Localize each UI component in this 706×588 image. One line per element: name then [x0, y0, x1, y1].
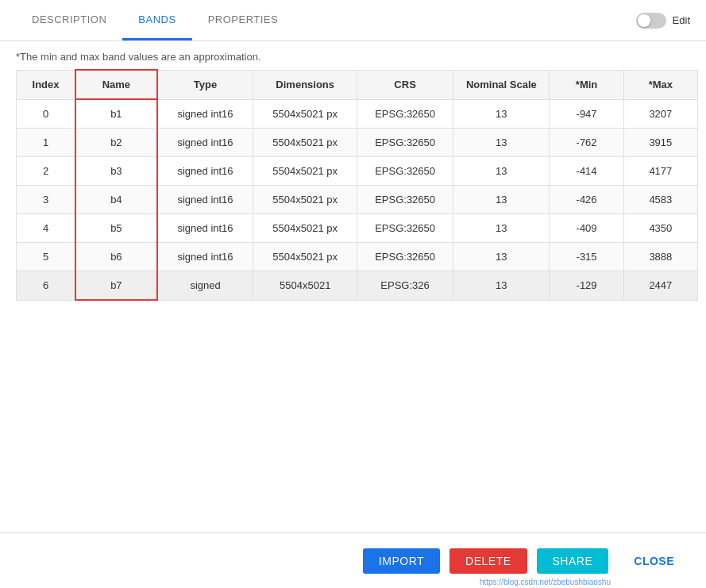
cell-name: b5 [75, 214, 157, 243]
import-button[interactable]: IMPORT [363, 548, 440, 574]
tab-bands[interactable]: BANDS [122, 1, 191, 40]
close-button[interactable]: CLOSE [618, 548, 690, 574]
cell-max: 3888 [623, 243, 697, 271]
col-header-index: Index [17, 70, 76, 99]
col-header-name: Name [75, 70, 157, 99]
cell-dimensions: 5504x5021 px [253, 214, 357, 243]
cell-crs: EPSG:326 [357, 271, 453, 301]
col-header-min: *Min [550, 70, 623, 99]
cell-nominal_scale: 13 [453, 271, 550, 301]
cell-nominal_scale: 13 [453, 99, 550, 129]
cell-max: 4350 [623, 214, 697, 243]
cell-dimensions: 5504x5021 px [253, 99, 357, 129]
table-wrapper[interactable]: Index Name Type Dimensions CRS Nominal S… [0, 69, 706, 532]
cell-min: -947 [550, 99, 623, 129]
cell-max: 4583 [623, 186, 697, 214]
cell-min: -414 [550, 157, 623, 186]
cell-max: 3207 [623, 99, 697, 129]
table-row: 0b1signed int165504x5021 pxEPSG:3265013-… [17, 99, 698, 129]
cell-type: signed int16 [157, 214, 253, 243]
cell-min: -426 [550, 186, 623, 214]
cell-max: 2447 [623, 271, 697, 301]
edit-label: Edit [673, 14, 690, 26]
note-text: *The min and max band values are an appr… [0, 41, 706, 69]
cell-nominal_scale: 13 [453, 243, 550, 271]
cell-nominal_scale: 13 [453, 129, 550, 157]
cell-dimensions: 5504x5021 px [253, 243, 357, 271]
table-header-row: Index Name Type Dimensions CRS Nominal S… [17, 70, 698, 99]
edit-toggle-area: Edit [636, 13, 690, 29]
col-header-crs: CRS [357, 70, 453, 99]
cell-name: b2 [75, 129, 157, 157]
tab-description[interactable]: DESCRIPTION [16, 1, 122, 40]
cell-dimensions: 5504x5021 px [253, 186, 357, 214]
cell-type: signed int16 [157, 186, 253, 214]
table-row: 6b7signed5504x5021EPSG:32613-1292447 [17, 271, 698, 301]
cell-type: signed int16 [157, 157, 253, 186]
cell-type: signed int16 [157, 99, 253, 129]
cell-max: 3915 [623, 129, 697, 157]
cell-dimensions: 5504x5021 px [253, 157, 357, 186]
share-button[interactable]: SHARE [537, 548, 609, 574]
bands-table: Index Name Type Dimensions CRS Nominal S… [16, 69, 698, 301]
cell-type: signed int16 [157, 129, 253, 157]
tab-properties[interactable]: PROPERTIES [192, 1, 295, 40]
cell-type: signed int16 [157, 243, 253, 271]
dialog: DESCRIPTION BANDS PROPERTIES Edit *The m… [0, 0, 706, 588]
cell-crs: EPSG:32650 [357, 129, 453, 157]
table-row: 5b6signed int165504x5021 pxEPSG:3265013-… [17, 243, 698, 271]
cell-index: 0 [17, 99, 76, 129]
col-header-dimensions: Dimensions [253, 70, 357, 99]
watermark: https://blog.csdn.net/zbebushbiaoshu [480, 578, 611, 586]
table-row: 4b5signed int165504x5021 pxEPSG:3265013-… [17, 214, 698, 243]
cell-dimensions: 5504x5021 [253, 271, 357, 301]
cell-index: 3 [17, 186, 76, 214]
col-header-max: *Max [623, 70, 697, 99]
cell-min: -762 [550, 129, 623, 157]
col-header-nominal-scale: Nominal Scale [453, 70, 550, 99]
content-area: *The min and max band values are an appr… [0, 41, 706, 532]
cell-crs: EPSG:32650 [357, 243, 453, 271]
cell-min: -129 [550, 271, 623, 301]
cell-index: 1 [17, 129, 76, 157]
cell-name: b7 [75, 271, 157, 301]
cell-dimensions: 5504x5021 px [253, 129, 357, 157]
cell-index: 4 [17, 214, 76, 243]
cell-crs: EPSG:32650 [357, 214, 453, 243]
cell-crs: EPSG:32650 [357, 99, 453, 129]
table-row: 3b4signed int165504x5021 pxEPSG:3265013-… [17, 186, 698, 214]
cell-nominal_scale: 13 [453, 157, 550, 186]
cell-nominal_scale: 13 [453, 214, 550, 243]
cell-name: b6 [75, 243, 157, 271]
col-header-type: Type [157, 70, 253, 99]
toggle-knob [638, 14, 650, 27]
cell-crs: EPSG:32650 [357, 157, 453, 186]
cell-name: b1 [75, 99, 157, 129]
cell-type: signed [157, 271, 253, 301]
cell-index: 5 [17, 243, 76, 271]
cell-name: b3 [75, 157, 157, 186]
cell-index: 2 [17, 157, 76, 186]
table-row: 1b2signed int165504x5021 pxEPSG:3265013-… [17, 129, 698, 157]
delete-button[interactable]: DELETE [449, 548, 527, 574]
tab-bar: DESCRIPTION BANDS PROPERTIES Edit [0, 0, 706, 41]
cell-min: -409 [550, 214, 623, 243]
cell-name: b4 [75, 186, 157, 214]
table-row: 2b3signed int165504x5021 pxEPSG:3265013-… [17, 157, 698, 186]
cell-index: 6 [17, 271, 76, 301]
cell-nominal_scale: 13 [453, 186, 550, 214]
cell-crs: EPSG:32650 [357, 186, 453, 214]
edit-toggle-switch[interactable] [636, 13, 666, 29]
cell-max: 4177 [623, 157, 697, 186]
cell-min: -315 [550, 243, 623, 271]
